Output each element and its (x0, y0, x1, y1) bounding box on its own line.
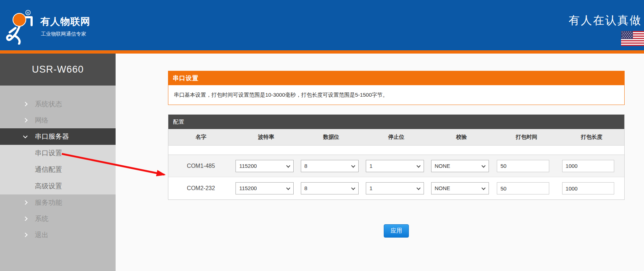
chevron-right-icon (23, 200, 28, 205)
orange-accent-stripe (0, 50, 644, 54)
sidebar-item-serial-server[interactable]: 串口服务器 (0, 128, 116, 145)
sidebar-item-system-status[interactable]: 系统状态 (0, 96, 116, 112)
parity-select-com1[interactable]: NONE (431, 160, 489, 172)
col-header-data-bits: 数据位 (299, 129, 364, 145)
config-panel-title: 配置 (168, 115, 624, 129)
table-spacer-row (168, 146, 624, 155)
col-header-stop-bits: 停止位 (364, 129, 429, 145)
chevron-right-icon (23, 216, 28, 221)
select-chevron-icon (481, 164, 485, 167)
col-header-parity: 校验 (429, 129, 494, 145)
sidebar-subitem-communication-config[interactable]: 通信配置 (0, 161, 116, 178)
usr-running-person-logo-icon: R (4, 6, 33, 45)
stop-bits-select-com2[interactable]: 1 (366, 182, 424, 194)
port-name: COM2-232 (168, 177, 233, 199)
brand-name: 有人物联网 (40, 15, 90, 28)
sidebar-item-network[interactable]: 网络 (0, 112, 116, 128)
select-chevron-icon (481, 186, 485, 190)
brand-tagline: 工业物联网通信专家 (41, 31, 86, 37)
data-bits-select-com2[interactable]: 8 (301, 182, 359, 194)
baud-rate-select-com2[interactable]: 115200 (235, 182, 293, 194)
chevron-down-icon (23, 134, 28, 138)
serial-server-submenu: 串口设置 通信配置 高级设置 (0, 145, 116, 194)
sidebar-item-logout[interactable]: 退出 (0, 227, 116, 243)
header-slogan: 有人在认真做 (569, 13, 642, 28)
table-row-com1: COM1-485 115200 8 1 NONE (168, 155, 624, 177)
select-chevron-icon (286, 164, 290, 167)
device-model-title: USR-W660 (0, 54, 116, 86)
pack-time-input-com2[interactable] (497, 182, 549, 194)
col-header-baud-rate: 波特率 (233, 129, 298, 145)
select-chevron-icon (351, 164, 355, 167)
data-bits-select-com1[interactable]: 8 (301, 160, 359, 172)
sidebar-subitem-advanced-settings[interactable]: 高级设置 (0, 178, 116, 194)
apply-button[interactable]: 应用 (384, 224, 409, 238)
sidebar-item-system[interactable]: 系统 (0, 211, 116, 227)
top-header: R 有人物联网 工业物联网通信专家 有人在认真做 (0, 0, 644, 50)
pack-length-input-com2[interactable] (562, 182, 614, 194)
chevron-right-icon (23, 118, 28, 123)
port-name: COM1-485 (168, 155, 233, 177)
us-flag-icon[interactable] (621, 31, 644, 46)
stop-bits-select-com1[interactable]: 1 (366, 160, 424, 172)
sidebar-item-service-functions[interactable]: 服务功能 (0, 194, 116, 211)
sidebar-subitem-serial-settings[interactable]: 串口设置 (0, 145, 116, 161)
config-table: 配置 名字 波特率 数据位 停止位 校验 打包时间 打包长度 COM1-485 … (168, 114, 625, 200)
table-row-com2: COM2-232 115200 8 1 NONE (168, 177, 624, 199)
main-content: 串口设置 串口基本设置，打包时间可设置范围是10-3000毫秒，打包长度可设置范… (116, 54, 644, 271)
pack-length-input-com1[interactable] (562, 160, 614, 172)
baud-rate-select-com1[interactable]: 115200 (235, 160, 293, 172)
sidebar: USR-W660 系统状态 网络 串口服务器 串口设置 通信配置 高级设置 服务… (0, 54, 116, 271)
sidebar-menu: 系统状态 网络 串口服务器 串口设置 通信配置 高级设置 服务功能 系统 退出 (0, 86, 116, 243)
description-box: 串口基本设置，打包时间可设置范围是10-3000毫秒，打包长度可设置范围是5-1… (168, 85, 625, 105)
table-header-row: 名字 波特率 数据位 停止位 校验 打包时间 打包长度 (168, 129, 624, 146)
serial-settings-panel: 串口设置 串口基本设置，打包时间可设置范围是10-3000毫秒，打包长度可设置范… (168, 71, 625, 238)
pack-time-input-com1[interactable] (497, 160, 549, 172)
select-chevron-icon (416, 164, 420, 167)
usr-logo: R (4, 6, 33, 45)
chevron-right-icon (23, 233, 28, 237)
col-header-name: 名字 (168, 129, 233, 145)
select-chevron-icon (286, 186, 290, 190)
select-chevron-icon (351, 186, 355, 190)
svg-text:R: R (27, 11, 29, 15)
col-header-pack-time: 打包时间 (494, 129, 559, 145)
chevron-right-icon (23, 102, 28, 106)
select-chevron-icon (416, 186, 420, 190)
page-title: 串口设置 (168, 71, 625, 85)
parity-select-com2[interactable]: NONE (431, 182, 489, 194)
col-header-pack-length: 打包长度 (559, 129, 624, 145)
